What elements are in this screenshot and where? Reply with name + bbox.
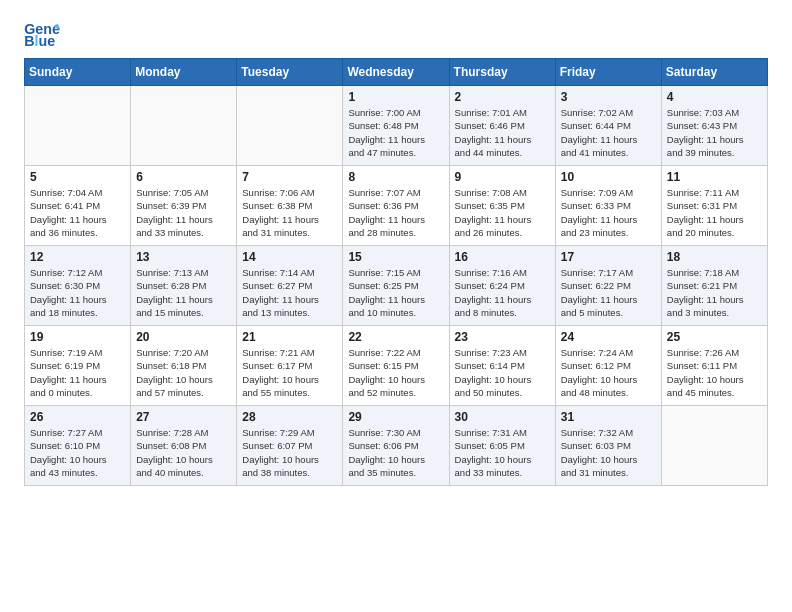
day-info: Sunrise: 7:08 AM Sunset: 6:35 PM Dayligh…: [455, 186, 550, 239]
day-info: Sunrise: 7:29 AM Sunset: 6:07 PM Dayligh…: [242, 426, 337, 479]
calendar-week-row: 26Sunrise: 7:27 AM Sunset: 6:10 PM Dayli…: [25, 406, 768, 486]
day-number: 16: [455, 250, 550, 264]
calendar-cell: 14Sunrise: 7:14 AM Sunset: 6:27 PM Dayli…: [237, 246, 343, 326]
calendar-week-row: 12Sunrise: 7:12 AM Sunset: 6:30 PM Dayli…: [25, 246, 768, 326]
day-number: 4: [667, 90, 762, 104]
day-number: 20: [136, 330, 231, 344]
logo-icon: General Blue: [24, 20, 60, 50]
day-number: 10: [561, 170, 656, 184]
calendar-cell: 30Sunrise: 7:31 AM Sunset: 6:05 PM Dayli…: [449, 406, 555, 486]
day-info: Sunrise: 7:19 AM Sunset: 6:19 PM Dayligh…: [30, 346, 125, 399]
day-info: Sunrise: 7:21 AM Sunset: 6:17 PM Dayligh…: [242, 346, 337, 399]
day-number: 19: [30, 330, 125, 344]
day-number: 22: [348, 330, 443, 344]
calendar-cell: 27Sunrise: 7:28 AM Sunset: 6:08 PM Dayli…: [131, 406, 237, 486]
calendar-cell: 3Sunrise: 7:02 AM Sunset: 6:44 PM Daylig…: [555, 86, 661, 166]
calendar-cell: 5Sunrise: 7:04 AM Sunset: 6:41 PM Daylig…: [25, 166, 131, 246]
day-info: Sunrise: 7:26 AM Sunset: 6:11 PM Dayligh…: [667, 346, 762, 399]
day-number: 29: [348, 410, 443, 424]
calendar-table: SundayMondayTuesdayWednesdayThursdayFrid…: [24, 58, 768, 486]
day-info: Sunrise: 7:06 AM Sunset: 6:38 PM Dayligh…: [242, 186, 337, 239]
calendar-cell: 19Sunrise: 7:19 AM Sunset: 6:19 PM Dayli…: [25, 326, 131, 406]
day-number: 12: [30, 250, 125, 264]
logo: General Blue: [24, 20, 60, 50]
calendar-week-row: 19Sunrise: 7:19 AM Sunset: 6:19 PM Dayli…: [25, 326, 768, 406]
calendar-week-row: 5Sunrise: 7:04 AM Sunset: 6:41 PM Daylig…: [25, 166, 768, 246]
day-number: 27: [136, 410, 231, 424]
calendar-cell: 6Sunrise: 7:05 AM Sunset: 6:39 PM Daylig…: [131, 166, 237, 246]
calendar-cell: 1Sunrise: 7:00 AM Sunset: 6:48 PM Daylig…: [343, 86, 449, 166]
day-info: Sunrise: 7:32 AM Sunset: 6:03 PM Dayligh…: [561, 426, 656, 479]
day-info: Sunrise: 7:27 AM Sunset: 6:10 PM Dayligh…: [30, 426, 125, 479]
day-header-tuesday: Tuesday: [237, 59, 343, 86]
page-header: General Blue: [24, 20, 768, 50]
calendar-cell: 22Sunrise: 7:22 AM Sunset: 6:15 PM Dayli…: [343, 326, 449, 406]
day-info: Sunrise: 7:18 AM Sunset: 6:21 PM Dayligh…: [667, 266, 762, 319]
day-number: 8: [348, 170, 443, 184]
day-info: Sunrise: 7:30 AM Sunset: 6:06 PM Dayligh…: [348, 426, 443, 479]
calendar-cell: 16Sunrise: 7:16 AM Sunset: 6:24 PM Dayli…: [449, 246, 555, 326]
calendar-cell: [131, 86, 237, 166]
day-info: Sunrise: 7:12 AM Sunset: 6:30 PM Dayligh…: [30, 266, 125, 319]
day-header-thursday: Thursday: [449, 59, 555, 86]
calendar-cell: [25, 86, 131, 166]
calendar-cell: 24Sunrise: 7:24 AM Sunset: 6:12 PM Dayli…: [555, 326, 661, 406]
day-number: 3: [561, 90, 656, 104]
day-number: 9: [455, 170, 550, 184]
calendar-cell: 21Sunrise: 7:21 AM Sunset: 6:17 PM Dayli…: [237, 326, 343, 406]
day-number: 11: [667, 170, 762, 184]
day-info: Sunrise: 7:01 AM Sunset: 6:46 PM Dayligh…: [455, 106, 550, 159]
day-number: 15: [348, 250, 443, 264]
day-number: 7: [242, 170, 337, 184]
calendar-cell: [661, 406, 767, 486]
calendar-cell: 29Sunrise: 7:30 AM Sunset: 6:06 PM Dayli…: [343, 406, 449, 486]
day-info: Sunrise: 7:04 AM Sunset: 6:41 PM Dayligh…: [30, 186, 125, 239]
day-info: Sunrise: 7:31 AM Sunset: 6:05 PM Dayligh…: [455, 426, 550, 479]
day-info: Sunrise: 7:05 AM Sunset: 6:39 PM Dayligh…: [136, 186, 231, 239]
day-info: Sunrise: 7:02 AM Sunset: 6:44 PM Dayligh…: [561, 106, 656, 159]
day-info: Sunrise: 7:17 AM Sunset: 6:22 PM Dayligh…: [561, 266, 656, 319]
day-header-saturday: Saturday: [661, 59, 767, 86]
calendar-cell: 23Sunrise: 7:23 AM Sunset: 6:14 PM Dayli…: [449, 326, 555, 406]
day-info: Sunrise: 7:13 AM Sunset: 6:28 PM Dayligh…: [136, 266, 231, 319]
calendar-cell: 11Sunrise: 7:11 AM Sunset: 6:31 PM Dayli…: [661, 166, 767, 246]
calendar-cell: [237, 86, 343, 166]
calendar-cell: 7Sunrise: 7:06 AM Sunset: 6:38 PM Daylig…: [237, 166, 343, 246]
calendar-cell: 25Sunrise: 7:26 AM Sunset: 6:11 PM Dayli…: [661, 326, 767, 406]
day-number: 26: [30, 410, 125, 424]
day-number: 30: [455, 410, 550, 424]
day-info: Sunrise: 7:03 AM Sunset: 6:43 PM Dayligh…: [667, 106, 762, 159]
calendar-cell: 2Sunrise: 7:01 AM Sunset: 6:46 PM Daylig…: [449, 86, 555, 166]
day-number: 2: [455, 90, 550, 104]
day-number: 24: [561, 330, 656, 344]
calendar-header-row: SundayMondayTuesdayWednesdayThursdayFrid…: [25, 59, 768, 86]
calendar-cell: 13Sunrise: 7:13 AM Sunset: 6:28 PM Dayli…: [131, 246, 237, 326]
calendar-cell: 26Sunrise: 7:27 AM Sunset: 6:10 PM Dayli…: [25, 406, 131, 486]
calendar-cell: 12Sunrise: 7:12 AM Sunset: 6:30 PM Dayli…: [25, 246, 131, 326]
day-info: Sunrise: 7:09 AM Sunset: 6:33 PM Dayligh…: [561, 186, 656, 239]
calendar-cell: 4Sunrise: 7:03 AM Sunset: 6:43 PM Daylig…: [661, 86, 767, 166]
day-number: 18: [667, 250, 762, 264]
day-number: 17: [561, 250, 656, 264]
calendar-cell: 17Sunrise: 7:17 AM Sunset: 6:22 PM Dayli…: [555, 246, 661, 326]
day-number: 5: [30, 170, 125, 184]
day-number: 14: [242, 250, 337, 264]
day-info: Sunrise: 7:28 AM Sunset: 6:08 PM Dayligh…: [136, 426, 231, 479]
calendar-cell: 8Sunrise: 7:07 AM Sunset: 6:36 PM Daylig…: [343, 166, 449, 246]
day-info: Sunrise: 7:20 AM Sunset: 6:18 PM Dayligh…: [136, 346, 231, 399]
day-header-friday: Friday: [555, 59, 661, 86]
day-number: 21: [242, 330, 337, 344]
day-number: 28: [242, 410, 337, 424]
calendar-cell: 15Sunrise: 7:15 AM Sunset: 6:25 PM Dayli…: [343, 246, 449, 326]
day-info: Sunrise: 7:24 AM Sunset: 6:12 PM Dayligh…: [561, 346, 656, 399]
day-number: 25: [667, 330, 762, 344]
day-header-monday: Monday: [131, 59, 237, 86]
day-number: 1: [348, 90, 443, 104]
day-header-sunday: Sunday: [25, 59, 131, 86]
calendar-cell: 31Sunrise: 7:32 AM Sunset: 6:03 PM Dayli…: [555, 406, 661, 486]
calendar-week-row: 1Sunrise: 7:00 AM Sunset: 6:48 PM Daylig…: [25, 86, 768, 166]
day-info: Sunrise: 7:22 AM Sunset: 6:15 PM Dayligh…: [348, 346, 443, 399]
day-info: Sunrise: 7:14 AM Sunset: 6:27 PM Dayligh…: [242, 266, 337, 319]
calendar-cell: 10Sunrise: 7:09 AM Sunset: 6:33 PM Dayli…: [555, 166, 661, 246]
day-info: Sunrise: 7:11 AM Sunset: 6:31 PM Dayligh…: [667, 186, 762, 239]
